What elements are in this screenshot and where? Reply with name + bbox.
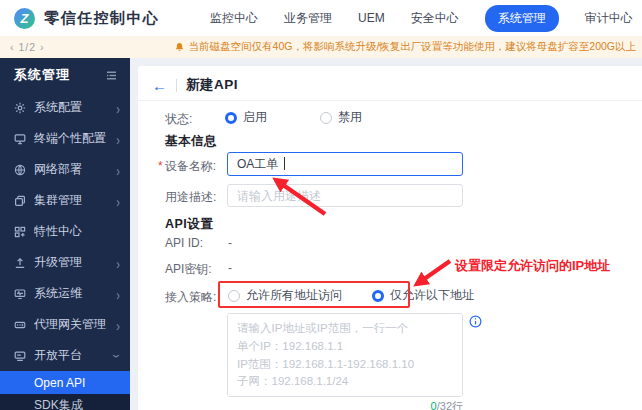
title-divider <box>176 79 177 92</box>
access-policy-label: 接入策略: <box>165 289 216 306</box>
usage-desc-input[interactable] <box>227 184 463 207</box>
chevron-right-icon: › <box>116 285 120 302</box>
sidebar: 系统管理 系统配置 › 终端个性配置 › 网络部署 › <box>0 58 130 410</box>
chevron-right-icon: › <box>116 254 120 271</box>
annotation-text: 设置限定允许访问的IP地址 <box>455 257 610 275</box>
sidebar-item-proxy-gateway-mgmt[interactable]: 代理网关管理 › <box>0 309 130 340</box>
radio-label: 允许所有地址访问 <box>246 287 342 304</box>
text-caret <box>284 157 285 170</box>
radio-label: 禁用 <box>338 109 362 126</box>
radio-label: 仅允许以下地址 <box>390 287 474 304</box>
chevron-down-icon: › <box>110 354 127 358</box>
api-secret-label: API密钥: <box>165 261 212 278</box>
api-id-value: - <box>228 236 232 250</box>
radio-enable[interactable]: 启用 <box>225 109 267 126</box>
sidebar-item-label: 集群管理 <box>34 192 116 209</box>
header-divider <box>138 100 642 101</box>
sidebar-item-cluster-mgmt[interactable]: 集群管理 › <box>0 185 130 216</box>
ip-list-textarea[interactable] <box>227 313 463 397</box>
page-title: 新建API <box>186 76 238 94</box>
chevron-right-icon: › <box>116 130 120 147</box>
nav-item-monitor-center[interactable]: 监控中心 <box>210 10 258 27</box>
line-counter-total: /32行 <box>437 400 463 410</box>
sidebar-title: 系统管理 <box>14 66 70 84</box>
device-name-input[interactable] <box>227 152 463 176</box>
nav-item-security-center[interactable]: 安全中心 <box>411 10 459 27</box>
platform-icon <box>14 350 26 362</box>
sidebar-item-network-deploy[interactable]: 网络部署 › <box>0 154 130 185</box>
sidebar-item-system-config[interactable]: 系统配置 › <box>0 92 130 123</box>
notice-bar: ‹ 1/2 › 当前磁盘空间仅有40G，将影响系统升级/恢复出厂设置等功能使用，… <box>0 36 642 58</box>
sidebar-item-label: 特性中心 <box>34 223 120 240</box>
status-radio-group: 启用 禁用 <box>225 109 362 126</box>
notice-pager[interactable]: ‹ 1/2 › <box>10 41 44 53</box>
info-icon[interactable] <box>469 315 482 328</box>
chevron-right-icon: › <box>116 161 120 178</box>
radio-selected-icon <box>372 290 384 302</box>
grid-icon <box>14 226 26 238</box>
section-basic-info: 基本信息 <box>165 133 217 150</box>
sidebar-item-label: 网络部署 <box>34 161 116 178</box>
upload-icon <box>14 257 26 269</box>
device-name-label: *设备名称: <box>158 158 216 175</box>
radio-allow-all[interactable]: 允许所有地址访问 <box>228 287 342 304</box>
bell-icon <box>174 42 185 53</box>
globe-icon <box>14 164 26 176</box>
radio-disable[interactable]: 禁用 <box>320 109 362 126</box>
collapse-sidebar-icon[interactable] <box>105 69 118 82</box>
required-mark: * <box>158 159 163 173</box>
sidebar-subitem-sdk-integration[interactable]: SDK集成 <box>0 394 130 410</box>
chevron-right-icon: › <box>116 99 120 116</box>
back-button[interactable]: ← <box>152 78 167 93</box>
top-header: Z 零信任控制中心 监控中心 业务管理 UEM 安全中心 系统管理 审计中心 <box>0 0 642 36</box>
radio-label: 启用 <box>243 109 267 126</box>
primary-nav: 监控中心 业务管理 UEM 安全中心 系统管理 审计中心 <box>210 0 633 36</box>
open-platform-submenu: Open API SDK集成 <box>0 371 130 410</box>
sidebar-item-label: 升级管理 <box>34 254 116 271</box>
sidebar-item-label: 系统配置 <box>34 99 116 116</box>
sidebar-item-feature-center[interactable]: 特性中心 <box>0 216 130 247</box>
sidebar-item-label: 开放平台 <box>34 347 116 364</box>
access-policy-radio-group: 允许所有地址访问 仅允许以下地址 <box>228 287 474 304</box>
sidebar-item-terminal-custom-config[interactable]: 终端个性配置 › <box>0 123 130 154</box>
sidebar-item-label: 系统运维 <box>34 285 116 302</box>
main-area: ← 新建API 状态: 启用 禁用 基本信息 *设备名称: <box>130 58 642 410</box>
sidebar-item-system-ops[interactable]: 系统运维 › <box>0 278 130 309</box>
sidebar-item-open-platform[interactable]: 开放平台 › <box>0 340 130 371</box>
monitor-icon <box>14 133 26 145</box>
nav-item-business-mgmt[interactable]: 业务管理 <box>284 10 332 27</box>
line-counter: 0/32行 <box>227 399 463 410</box>
nav-item-system-mgmt[interactable]: 系统管理 <box>485 5 559 32</box>
api-id-label: API ID: <box>165 236 203 250</box>
app-title: 零信任控制中心 <box>44 9 160 28</box>
usage-desc-label: 用途描述: <box>165 189 216 206</box>
brand-logo-icon: Z <box>14 8 35 29</box>
chevron-right-icon: › <box>116 316 120 333</box>
sidebar-subitem-open-api[interactable]: Open API <box>0 371 130 394</box>
ops-monitor-icon <box>14 288 26 300</box>
new-api-form-card: ← 新建API 状态: 启用 禁用 基本信息 *设备名称: <box>138 66 642 410</box>
layers-icon <box>14 195 26 207</box>
radio-unselected-icon <box>228 290 240 302</box>
section-api-settings: API设置 <box>165 216 213 233</box>
disk-warning-text: 当前磁盘空间仅有40G，将影响系统升级/恢复出厂设置等功能使用，建议将母盘扩容至… <box>189 40 636 54</box>
gateway-icon <box>14 319 26 331</box>
sidebar-item-label: 终端个性配置 <box>34 130 116 147</box>
api-secret-value: - <box>228 261 232 275</box>
radio-allow-listed[interactable]: 仅允许以下地址 <box>372 287 474 304</box>
nav-item-audit-center[interactable]: 审计中心 <box>585 10 633 27</box>
app-window: Z 零信任控制中心 监控中心 业务管理 UEM 安全中心 系统管理 审计中心 ‹… <box>0 0 642 410</box>
nav-item-uem[interactable]: UEM <box>358 11 385 25</box>
sidebar-item-upgrade-mgmt[interactable]: 升级管理 › <box>0 247 130 278</box>
sidebar-item-label: 代理网关管理 <box>34 316 116 333</box>
status-label: 状态: <box>165 111 192 128</box>
radio-unselected-icon <box>320 112 332 124</box>
radio-selected-icon <box>225 112 237 124</box>
gear-icon <box>14 102 26 114</box>
chevron-right-icon: › <box>116 192 120 209</box>
